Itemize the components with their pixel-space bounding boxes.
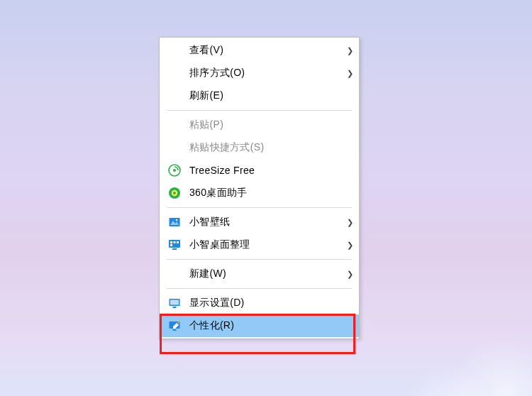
treesize-icon bbox=[167, 163, 182, 178]
menu-item-label: 个性化(R) bbox=[189, 319, 345, 332]
chevron-right-icon: ❯ bbox=[345, 241, 353, 250]
svg-rect-11 bbox=[177, 241, 179, 243]
spacer-icon bbox=[167, 140, 182, 155]
svg-rect-9 bbox=[170, 241, 172, 243]
menu-item-view[interactable]: 查看(V) ❯ bbox=[160, 39, 359, 62]
menu-item-display-settings[interactable]: 显示设置(D) bbox=[160, 292, 359, 314]
svg-rect-16 bbox=[170, 300, 179, 305]
spacer-icon bbox=[167, 117, 182, 133]
svg-point-1 bbox=[173, 169, 176, 172]
menu-item-paste-shortcut: 粘贴快捷方式(S) bbox=[160, 136, 359, 159]
360-icon bbox=[167, 185, 182, 201]
menu-item-new[interactable]: 新建(W) ❯ bbox=[160, 263, 359, 285]
spacer-icon bbox=[167, 266, 182, 282]
chevron-right-icon: ❯ bbox=[345, 46, 353, 55]
svg-rect-15 bbox=[173, 307, 177, 308]
menu-separator bbox=[167, 259, 352, 260]
menu-item-label: 小智桌面整理 bbox=[189, 238, 345, 251]
menu-item-label: 小智壁纸 bbox=[189, 216, 345, 229]
menu-item-label: TreeSize Free bbox=[189, 165, 345, 176]
svg-rect-8 bbox=[169, 240, 180, 248]
menu-item-label: 排序方式(O) bbox=[189, 67, 345, 79]
menu-item-sort[interactable]: 排序方式(O) ❯ bbox=[160, 62, 359, 84]
svg-rect-18 bbox=[173, 329, 177, 331]
svg-rect-5 bbox=[170, 218, 180, 226]
background-decoration bbox=[376, 282, 532, 396]
spacer-icon bbox=[167, 88, 182, 104]
spacer-icon bbox=[167, 43, 182, 58]
svg-point-4 bbox=[173, 192, 176, 194]
menu-separator bbox=[167, 288, 352, 289]
menu-item-refresh[interactable]: 刷新(E) bbox=[160, 84, 359, 107]
menu-separator bbox=[167, 110, 352, 111]
menu-item-personalize[interactable]: 个性化(R) bbox=[160, 314, 359, 337]
svg-point-7 bbox=[176, 219, 178, 221]
menu-item-desktop-org[interactable]: 小智桌面整理 ❯ bbox=[160, 233, 359, 256]
menu-separator bbox=[167, 207, 352, 208]
wallpaper-icon bbox=[167, 214, 182, 230]
chevron-right-icon: ❯ bbox=[345, 218, 353, 227]
menu-item-treesize[interactable]: TreeSize Free bbox=[160, 159, 359, 182]
personalize-icon bbox=[167, 318, 182, 334]
svg-rect-13 bbox=[172, 248, 177, 250]
menu-item-360[interactable]: 360桌面助手 bbox=[160, 182, 359, 204]
menu-item-label: 粘贴(P) bbox=[189, 119, 345, 131]
desktop-background: 查看(V) ❯ 排序方式(O) ❯ 刷新(E) 粘贴(P) 粘贴快捷方式(S) bbox=[0, 0, 532, 396]
menu-item-label: 查看(V) bbox=[189, 44, 345, 57]
menu-item-label: 360桌面助手 bbox=[189, 187, 345, 199]
spacer-icon bbox=[167, 65, 182, 81]
chevron-right-icon: ❯ bbox=[345, 69, 353, 78]
menu-item-paste: 粘贴(P) bbox=[160, 114, 359, 136]
desktop-org-icon bbox=[167, 237, 182, 253]
menu-item-wallpaper[interactable]: 小智壁纸 ❯ bbox=[160, 211, 359, 233]
chevron-right-icon: ❯ bbox=[345, 270, 353, 279]
menu-item-label: 新建(W) bbox=[189, 268, 345, 280]
desktop-context-menu: 查看(V) ❯ 排序方式(O) ❯ 刷新(E) 粘贴(P) 粘贴快捷方式(S) bbox=[159, 37, 360, 339]
display-icon bbox=[167, 295, 182, 311]
menu-item-label: 粘贴快捷方式(S) bbox=[189, 141, 345, 154]
svg-rect-12 bbox=[170, 244, 172, 246]
menu-item-label: 显示设置(D) bbox=[189, 297, 345, 309]
svg-rect-10 bbox=[174, 241, 176, 243]
menu-item-label: 刷新(E) bbox=[189, 89, 345, 102]
